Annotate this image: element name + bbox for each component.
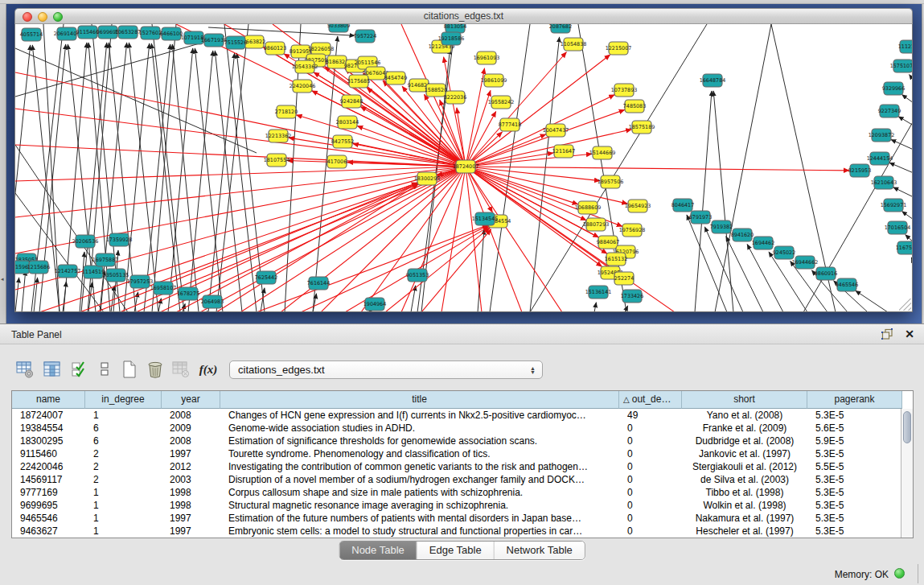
table-row[interactable]: 1456911722003Disruption of a novel membe… xyxy=(12,473,913,486)
delete-column-trash-button[interactable] xyxy=(145,359,166,380)
table-row[interactable]: 1872400712008Changes of HCN gene express… xyxy=(12,409,913,422)
network-node[interactable]: 19558242 xyxy=(488,96,515,109)
table-row[interactable]: 946554611997Estimation of the future num… xyxy=(12,512,913,525)
network-node[interactable]: 252274 xyxy=(614,272,634,285)
network-node[interactable]: 3175685 xyxy=(347,75,370,88)
table-cell[interactable]: 2008 xyxy=(162,409,220,422)
network-node[interactable]: 9860916 xyxy=(815,267,837,280)
network-node[interactable]: 9245022 xyxy=(773,246,795,259)
network-node[interactable]: 12213362 xyxy=(265,130,292,142)
table-cell[interactable]: 1997 xyxy=(162,525,220,538)
network-node[interactable]: 16961093 xyxy=(474,51,500,64)
network-node[interactable]: 19218586 xyxy=(438,32,465,45)
network-node[interactable]: 8427552 xyxy=(331,135,354,148)
network-node[interactable]: 16958107 xyxy=(150,282,177,295)
network-node[interactable]: 9227349 xyxy=(878,105,901,117)
table-cell[interactable]: 2012 xyxy=(162,460,220,473)
table-cell[interactable]: 22420046 xyxy=(12,460,85,473)
column-header-year[interactable]: year xyxy=(162,391,220,409)
tab-node-table[interactable]: Node Table xyxy=(339,542,417,559)
network-node[interactable]: 19654923 xyxy=(625,200,651,212)
network-node[interactable]: 8454749 xyxy=(384,72,407,84)
table-cell[interactable]: 9777169 xyxy=(12,486,85,499)
network-node[interactable]: 11054838 xyxy=(561,38,587,51)
table-cell[interactable]: 0 xyxy=(619,460,682,473)
network-node[interactable]: 13505135 xyxy=(103,269,129,282)
table-cell[interactable]: 5.3E-5 xyxy=(807,447,902,460)
table-cell[interactable]: 0 xyxy=(619,486,682,499)
network-node[interactable]: 10653287 xyxy=(115,26,142,39)
network-node[interactable]: 7485083 xyxy=(623,100,646,113)
network-node[interactable]: 2803144 xyxy=(336,116,359,129)
table-cell[interactable]: 0 xyxy=(619,435,682,447)
network-node[interactable]: 9465546 xyxy=(836,278,858,291)
network-node[interactable]: 18107554 xyxy=(264,154,290,167)
table-cell[interactable]: 49 xyxy=(619,409,682,422)
network-node[interactable]: 16975887 xyxy=(92,253,119,266)
table-cell[interactable]: 0 xyxy=(619,473,682,486)
table-cell[interactable]: 9699695 xyxy=(12,499,85,512)
table-cell[interactable]: Estimation of significance thresholds fo… xyxy=(220,435,619,447)
network-node[interactable]: 6466100 xyxy=(160,27,183,40)
table-cell[interactable]: 1998 xyxy=(162,486,220,499)
table-cell[interactable]: 5.3E-5 xyxy=(807,409,902,422)
row-height-button[interactable] xyxy=(94,359,115,380)
table-cell[interactable]: 18724007 xyxy=(12,409,85,422)
table-cell[interactable]: 0 xyxy=(619,499,682,512)
network-node[interactable]: 1167533 xyxy=(896,241,913,254)
network-node[interactable]: 8813054 xyxy=(444,24,466,33)
table-cell[interactable]: Estimation of the future numbers of pati… xyxy=(220,512,619,525)
table-cell[interactable]: Tourette syndrome. Phenomenology and cla… xyxy=(220,447,619,460)
network-node[interactable]: 6791973 xyxy=(689,211,712,224)
table-cell[interactable]: 0 xyxy=(619,512,682,525)
table-cell[interactable]: Structural magnetic resonance image aver… xyxy=(220,499,619,512)
divider-collapse-icon[interactable]: ◂ xyxy=(1,276,4,282)
network-node[interactable]: 7515526 xyxy=(224,36,247,49)
network-node[interactable]: 18300295 xyxy=(414,172,441,185)
table-cell[interactable]: 5.3E-5 xyxy=(807,499,902,512)
network-node[interactable]: 5033809 xyxy=(327,24,350,32)
table-cell[interactable]: Corpus callosum shape and size in male p… xyxy=(220,486,619,499)
network-node[interactable]: 7957224 xyxy=(354,30,376,43)
network-node[interactable]: 1678275 xyxy=(177,287,199,300)
network-node[interactable]: 10047437 xyxy=(543,124,569,137)
network-node[interactable]: 9884067 xyxy=(597,236,619,249)
network-node[interactable]: 10737893 xyxy=(611,84,638,97)
network-node[interactable]: 8215953 xyxy=(848,164,871,177)
tab-edge-table[interactable]: Edge Table xyxy=(417,542,495,559)
table-cell[interactable]: 9465546 xyxy=(12,512,85,525)
table-cell[interactable]: Dudbridge et al. (2008) xyxy=(682,435,807,447)
network-node[interactable]: 15144669 xyxy=(589,146,616,159)
network-node[interactable]: 9860123 xyxy=(264,42,286,55)
column-header-in_degree[interactable]: in_degree xyxy=(85,391,162,409)
function-builder-button[interactable]: f(x) xyxy=(198,359,219,380)
table-cell[interactable]: 9115460 xyxy=(12,447,85,460)
table-cell[interactable]: 5.3E-5 xyxy=(807,486,902,499)
table-cell[interactable]: Disruption of a novel member of a sodium… xyxy=(220,473,619,486)
network-node[interactable]: 7919382 xyxy=(710,220,733,233)
table-cell[interactable]: Franke et al. (2009) xyxy=(682,422,807,435)
table-cell[interactable]: 1 xyxy=(85,525,162,538)
float-panel-icon[interactable] xyxy=(881,328,893,340)
table-row[interactable]: 1938455462009Genome-wide association stu… xyxy=(12,422,913,435)
select-columns-button[interactable] xyxy=(42,359,63,380)
table-cell[interactable]: 1 xyxy=(85,499,162,512)
network-hub-node[interactable]: 18724007 xyxy=(453,160,479,173)
table-row[interactable]: 2242004622012Investigating the contribut… xyxy=(12,460,913,473)
table-cell[interactable]: 2 xyxy=(85,447,162,460)
network-node[interactable]: 9329966 xyxy=(882,82,905,95)
network-node[interactable]: 16944662 xyxy=(792,256,819,269)
network-node[interactable]: 4055714 xyxy=(20,28,43,41)
table-cell[interactable]: 1997 xyxy=(162,512,220,525)
network-node[interactable]: 10543362 xyxy=(292,60,318,73)
table-cell[interactable]: 0 xyxy=(619,447,682,460)
table-cell[interactable]: 6 xyxy=(85,435,162,447)
table-cell[interactable]: 5.9E-5 xyxy=(807,435,902,447)
network-node[interactable]: 8046417 xyxy=(671,199,694,212)
network-node[interactable]: 18807293 xyxy=(583,218,610,231)
node-table-settings-button[interactable] xyxy=(14,359,35,380)
network-node[interactable]: 10688609 xyxy=(575,201,602,214)
table-row[interactable]: 1830029562008Estimation of significance … xyxy=(12,435,913,447)
table-source-select[interactable]: citations_edges.txt ▲▼ xyxy=(229,360,543,379)
network-node[interactable]: 8222036 xyxy=(444,91,466,104)
